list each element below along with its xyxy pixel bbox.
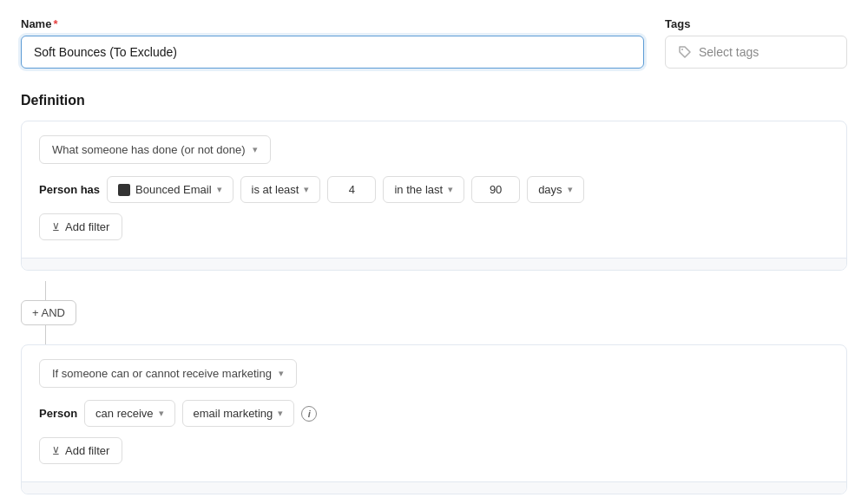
definition-title: Definition: [21, 93, 847, 108]
time-unit-dropdown[interactable]: days ▾: [527, 176, 583, 203]
tag-icon: [678, 45, 692, 59]
page: Name* Tags Select tags Definition: [0, 0, 868, 504]
condition-type-row-2: If someone can or cannot receive marketi…: [39, 359, 829, 388]
condition-type-dropdown-2[interactable]: If someone can or cannot receive marketi…: [39, 359, 297, 388]
name-label: Name*: [21, 17, 644, 30]
tags-placeholder: Select tags: [699, 45, 759, 59]
condition-type-row-1: What someone has done (or not done) ▾: [39, 135, 829, 164]
time-filter-dropdown[interactable]: in the last ▾: [383, 176, 464, 203]
and-section: + AND: [21, 271, 847, 344]
block-footer-1: [22, 258, 846, 270]
tags-label: Tags: [665, 17, 847, 30]
name-input[interactable]: [21, 36, 644, 69]
name-field-group: Name*: [21, 17, 644, 69]
time-unit-label: days: [538, 183, 562, 196]
time-value-input[interactable]: [471, 176, 520, 203]
name-label-text: Name: [21, 17, 51, 30]
svg-point-0: [681, 49, 683, 50]
add-filter-label-1: Add filter: [65, 220, 109, 233]
condition-type-label-1: What someone has done (or not done): [52, 143, 246, 156]
tags-select[interactable]: Select tags: [665, 36, 847, 69]
chevron-down-icon-6: ▾: [279, 368, 284, 379]
filter-icon-2: ⊻: [52, 445, 60, 457]
can-receive-label: can receive: [95, 407, 153, 420]
condition-block-2-content: If someone can or cannot receive marketi…: [22, 345, 846, 481]
person-row: Person can receive ▾ email marketing ▾ i: [39, 400, 829, 427]
channel-dropdown[interactable]: email marketing ▾: [182, 400, 295, 427]
time-filter-label: in the last: [394, 183, 443, 196]
chevron-down-icon-7: ▾: [159, 408, 164, 419]
event-label: Bounced Email: [135, 183, 211, 196]
filter-icon-1: ⊻: [52, 221, 60, 233]
chevron-down-icon-4: ▾: [448, 184, 453, 195]
can-receive-dropdown[interactable]: can receive ▾: [84, 400, 174, 427]
and-label: + AND: [32, 306, 65, 319]
tags-field-group: Tags Select tags: [665, 17, 847, 69]
condition-block-1: What someone has done (or not done) ▾ Pe…: [21, 121, 847, 271]
condition-block-1-content: What someone has done (or not done) ▾ Pe…: [22, 121, 846, 258]
condition-type-label-2: If someone can or cannot receive marketi…: [52, 367, 272, 380]
condition-type-dropdown-1[interactable]: What someone has done (or not done) ▾: [39, 135, 271, 164]
add-filter-label-2: Add filter: [65, 444, 109, 457]
top-row: Name* Tags Select tags: [21, 17, 847, 69]
info-icon[interactable]: i: [301, 406, 317, 422]
person-has-row: Person has Bounced Email ▾ is at least ▾…: [39, 176, 829, 203]
condition-block-2: If someone can or cannot receive marketi…: [21, 344, 847, 494]
value-input[interactable]: [327, 176, 376, 203]
operator-dropdown[interactable]: is at least ▾: [240, 176, 321, 203]
person-has-label: Person has: [39, 183, 100, 196]
block-footer-2: [22, 481, 846, 494]
and-button[interactable]: + AND: [21, 300, 76, 325]
vertical-line-top: [45, 281, 46, 300]
chevron-down-icon-2: ▾: [217, 184, 222, 195]
chevron-down-icon-3: ▾: [304, 184, 309, 195]
chevron-down-icon-5: ▾: [568, 184, 573, 195]
event-dropdown[interactable]: Bounced Email ▾: [107, 176, 233, 203]
channel-label: email marketing: [194, 407, 273, 420]
required-star: *: [53, 17, 57, 30]
event-icon: [118, 184, 130, 196]
add-filter-button-1[interactable]: ⊻ Add filter: [39, 213, 122, 240]
person-label: Person: [39, 407, 77, 420]
add-filter-button-2[interactable]: ⊻ Add filter: [39, 437, 122, 464]
operator-label: is at least: [252, 183, 299, 196]
chevron-down-icon-1: ▾: [253, 144, 258, 155]
chevron-down-icon-8: ▾: [278, 408, 283, 419]
vertical-line-bottom: [45, 325, 46, 344]
